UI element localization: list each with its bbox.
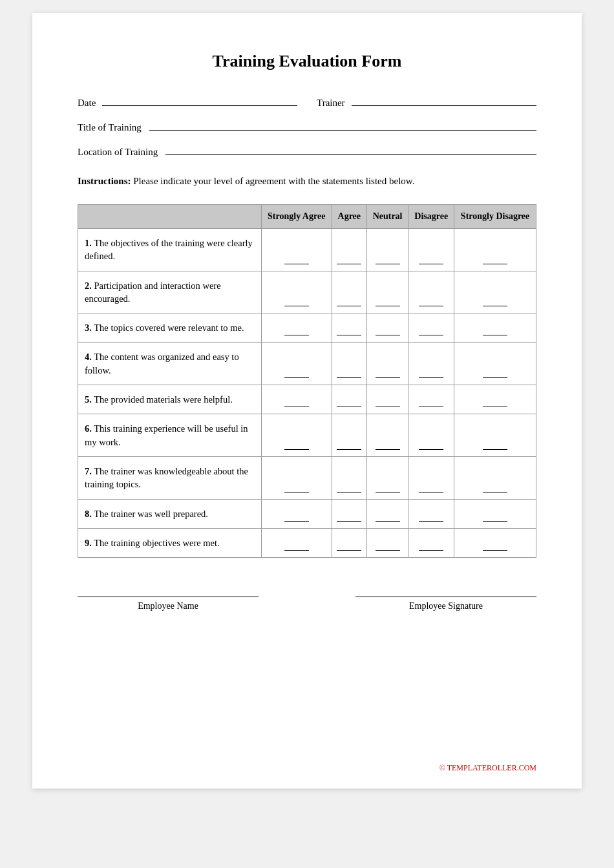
- answer-cell-strongly-agree[interactable]: [261, 528, 332, 557]
- form-fields: Date Trainer Title of Training Location …: [78, 94, 536, 158]
- answer-cell-agree[interactable]: [332, 313, 366, 343]
- title-of-training-input-line[interactable]: [149, 119, 536, 131]
- answer-cell-disagree[interactable]: [408, 313, 454, 343]
- employee-name-line: [78, 597, 259, 597]
- answer-line: [419, 297, 443, 306]
- answer-cell-strongly-agree[interactable]: [261, 456, 332, 499]
- answer-cell-neutral[interactable]: [366, 385, 408, 414]
- answer-cell-disagree[interactable]: [408, 414, 454, 457]
- answer-line: [419, 326, 443, 335]
- answer-line: [483, 326, 507, 335]
- statement-cell: 3. The topics covered were relevant to m…: [78, 313, 262, 343]
- date-label: Date: [78, 98, 96, 109]
- table-row: 3. The topics covered were relevant to m…: [78, 313, 536, 343]
- statement-number: 1.: [85, 238, 92, 248]
- answer-cell-strongly-disagree[interactable]: [454, 456, 536, 499]
- answer-line: [337, 542, 361, 551]
- answer-cell-strongly-disagree[interactable]: [454, 385, 536, 414]
- answer-cell-strongly-disagree[interactable]: [454, 343, 536, 385]
- answer-cell-strongly-agree[interactable]: [261, 229, 332, 271]
- answer-cell-agree[interactable]: [332, 528, 366, 557]
- page: Training Evaluation Form Date Trainer Ti…: [32, 13, 582, 789]
- answer-cell-strongly-agree[interactable]: [261, 499, 332, 528]
- answer-cell-neutral[interactable]: [366, 456, 408, 499]
- answer-cell-strongly-disagree[interactable]: [454, 229, 536, 271]
- answer-cell-strongly-agree[interactable]: [261, 343, 332, 385]
- answer-cell-disagree[interactable]: [408, 229, 454, 271]
- answer-cell-neutral[interactable]: [366, 528, 408, 557]
- location-of-training-input-line[interactable]: [165, 143, 536, 155]
- answer-line: [483, 513, 507, 522]
- table-row: 5. The provided materials were helpful.: [78, 385, 536, 414]
- answer-cell-strongly-disagree[interactable]: [454, 528, 536, 557]
- answer-line: [284, 255, 309, 264]
- table-row: 8. The trainer was well prepared.: [78, 499, 536, 528]
- answer-cell-disagree[interactable]: [408, 271, 454, 313]
- answer-line: [376, 441, 400, 450]
- answer-cell-neutral[interactable]: [366, 499, 408, 528]
- location-of-training-label: Location of Training: [78, 147, 158, 158]
- trainer-input-line[interactable]: [352, 94, 536, 106]
- answer-line: [419, 255, 443, 264]
- instructions-text: Please indicate your level of agreement …: [131, 176, 415, 186]
- answer-line: [337, 369, 361, 378]
- answer-line: [284, 326, 309, 335]
- answer-cell-neutral[interactable]: [366, 271, 408, 313]
- col-header-disagree: Disagree: [408, 205, 454, 229]
- answer-line: [483, 483, 507, 492]
- statement-cell: 4. The content was organized and easy to…: [78, 343, 262, 385]
- answer-cell-disagree[interactable]: [408, 456, 454, 499]
- employee-signature-label: Employee Signature: [409, 601, 483, 611]
- answer-cell-agree[interactable]: [332, 343, 366, 385]
- answer-cell-neutral[interactable]: [366, 229, 408, 271]
- statement-cell: 1. The objectives of the training were c…: [78, 229, 262, 271]
- answer-line: [284, 542, 309, 551]
- answer-cell-disagree[interactable]: [408, 343, 454, 385]
- answer-line: [284, 441, 309, 450]
- answer-cell-agree[interactable]: [332, 414, 366, 457]
- answer-cell-neutral[interactable]: [366, 414, 408, 457]
- answer-cell-agree[interactable]: [332, 271, 366, 313]
- answer-cell-disagree[interactable]: [408, 385, 454, 414]
- answer-line: [419, 369, 443, 378]
- answer-line: [284, 483, 309, 492]
- answer-line: [376, 326, 400, 335]
- answer-cell-strongly-disagree[interactable]: [454, 414, 536, 457]
- answer-cell-agree[interactable]: [332, 499, 366, 528]
- answer-line: [337, 255, 361, 264]
- instructions-prefix: Instructions:: [78, 176, 131, 186]
- answer-cell-neutral[interactable]: [366, 343, 408, 385]
- table-row: 9. The training objectives were met.: [78, 528, 536, 557]
- answer-cell-strongly-agree[interactable]: [261, 414, 332, 457]
- answer-cell-strongly-disagree[interactable]: [454, 499, 536, 528]
- answer-line: [284, 297, 309, 306]
- answer-cell-strongly-agree[interactable]: [261, 313, 332, 343]
- instructions: Instructions: Please indicate your level…: [78, 173, 536, 189]
- answer-cell-agree[interactable]: [332, 385, 366, 414]
- answer-line: [337, 483, 361, 492]
- answer-cell-strongly-agree[interactable]: [261, 271, 332, 313]
- date-input-line[interactable]: [102, 94, 297, 106]
- answer-cell-strongly-agree[interactable]: [261, 385, 332, 414]
- answer-line: [376, 255, 400, 264]
- employee-name-label: Employee Name: [138, 601, 198, 611]
- answer-line: [284, 369, 309, 378]
- answer-cell-neutral[interactable]: [366, 313, 408, 343]
- answer-cell-strongly-disagree[interactable]: [454, 313, 536, 343]
- statement-cell: 8. The trainer was well prepared.: [78, 499, 262, 528]
- answer-line: [376, 398, 400, 407]
- answer-line: [376, 542, 400, 551]
- answer-cell-disagree[interactable]: [408, 499, 454, 528]
- statement-cell: 6. This training experience will be usef…: [78, 414, 262, 457]
- answer-cell-agree[interactable]: [332, 456, 366, 499]
- answer-cell-agree[interactable]: [332, 229, 366, 271]
- answer-line: [376, 369, 400, 378]
- answer-line: [419, 513, 443, 522]
- statement-number: 2.: [85, 281, 92, 291]
- statement-number: 4.: [85, 352, 92, 362]
- answer-line: [284, 398, 309, 407]
- answer-cell-disagree[interactable]: [408, 528, 454, 557]
- answer-cell-strongly-disagree[interactable]: [454, 271, 536, 313]
- copyright-link[interactable]: © TEMPLATEROLLER.COM: [439, 763, 536, 772]
- answer-line: [419, 542, 443, 551]
